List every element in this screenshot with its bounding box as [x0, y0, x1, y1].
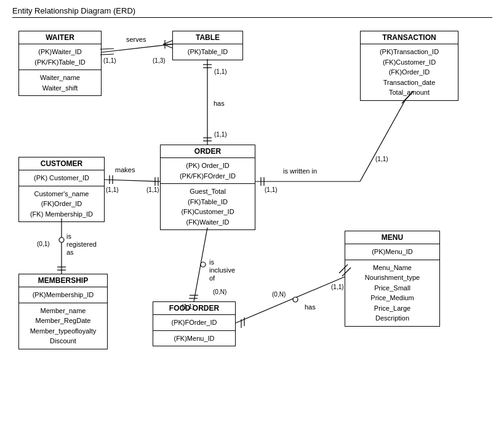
svg-text:is: is: [209, 258, 214, 266]
svg-line-17: [105, 180, 160, 181]
svg-text:(1,1): (1,1): [265, 186, 278, 193]
entity-order-body: (PK) Order_ID(PK/FK)FOrder_ID: [161, 158, 255, 183]
entity-membership: MEMBERSHIP (PK)Membership_ID Member_name…: [18, 274, 108, 349]
svg-text:(1,1): (1,1): [146, 186, 159, 193]
svg-text:(1,1): (1,1): [375, 156, 388, 162]
entity-order-attrs: Guest_Total(FK)Table_ID(FK)Customer_ID(F…: [161, 184, 255, 229]
svg-text:(1,1): (1,1): [103, 57, 116, 64]
svg-point-43: [201, 262, 206, 267]
entity-menu: MENU (PK)Menu_ID Menu_NameNourishment_ty…: [345, 231, 440, 327]
svg-text:as: as: [66, 249, 74, 256]
entity-transaction: TRANSACTION (PK)Transaction_ID(FK)Custom…: [360, 31, 458, 101]
entity-food-order: FOOD ORDER (PK)FOrder_ID (FK)Menu_ID: [153, 301, 236, 346]
entity-waiter-attrs: Waiter_nameWaiter_shift: [19, 70, 101, 95]
svg-line-5: [163, 44, 172, 48]
entity-menu-body: (PK)Menu_ID: [345, 244, 439, 260]
entity-customer: CUSTOMER (PK) Customer_ID Customer's_nam…: [18, 157, 105, 222]
entity-transaction-body: (PK)Transaction_ID(FK)Customer_ID(FK)Ord…: [361, 44, 458, 100]
entity-table-header: TABLE: [173, 31, 242, 44]
svg-text:(0,1): (0,1): [37, 241, 50, 247]
svg-line-0: [102, 44, 172, 52]
svg-text:of: of: [209, 274, 215, 282]
page-title: Entity Relationship Diagram (ERD): [12, 6, 135, 15]
svg-text:(0,N): (0,N): [272, 291, 286, 298]
entity-table: TABLE (PK)Table_ID: [172, 31, 243, 60]
entity-membership-body: (PK)Membership_ID: [19, 287, 107, 303]
svg-line-2: [100, 54, 114, 55]
entity-food-order-header: FOOD ORDER: [153, 302, 235, 315]
svg-point-35: [59, 237, 64, 242]
svg-text:(1,1): (1,1): [331, 284, 344, 290]
svg-point-52: [293, 297, 298, 302]
entity-menu-attrs: Menu_NameNourishment_typePrice_SmallPric…: [345, 260, 439, 326]
entity-customer-header: CUSTOMER: [19, 157, 104, 170]
svg-text:inclusive: inclusive: [209, 266, 235, 274]
svg-line-42: [194, 228, 207, 301]
entity-menu-header: MENU: [345, 231, 439, 244]
svg-text:has: has: [305, 303, 316, 311]
entity-waiter: WAITER (PK)Waiter_ID(PK/FK)Table_ID Wait…: [18, 31, 102, 96]
entity-order: ORDER (PK) Order_ID(PK/FK)FOrder_ID Gues…: [160, 145, 255, 230]
svg-line-51: [236, 277, 345, 323]
entity-waiter-body: (PK)Waiter_ID(PK/FK)Table_ID: [19, 44, 101, 70]
svg-text:is written in: is written in: [283, 167, 317, 175]
svg-line-26: [360, 98, 406, 181]
svg-text:is: is: [66, 233, 71, 240]
svg-text:(1,1): (1,1): [214, 68, 227, 75]
svg-text:(1,1): (1,1): [214, 131, 227, 138]
entity-food-order-body: (PK)FOrder_ID: [153, 315, 235, 330]
entity-food-order-attrs: (FK)Menu_ID: [153, 331, 235, 346]
svg-line-1: [100, 49, 114, 49]
svg-text:has: has: [214, 100, 225, 107]
entity-customer-body: (PK) Customer_ID: [19, 170, 104, 186]
svg-text:registered: registered: [66, 241, 97, 248]
svg-line-3: [163, 41, 172, 44]
entity-order-header: ORDER: [161, 145, 255, 158]
entity-transaction-header: TRANSACTION: [361, 31, 458, 44]
entity-membership-header: MEMBERSHIP: [19, 274, 107, 287]
entity-waiter-header: WAITER: [19, 31, 101, 44]
svg-text:(1,3): (1,3): [153, 57, 166, 64]
svg-text:(1,1): (1,1): [106, 186, 119, 193]
svg-text:(0,N): (0,N): [213, 289, 226, 295]
svg-text:makes: makes: [115, 166, 135, 173]
title-divider: [12, 17, 492, 18]
rel-label-serves: serves: [126, 36, 146, 43]
entity-table-body: (PK)Table_ID: [173, 44, 242, 60]
entity-membership-attrs: Member_nameMember_RegDateMember_typeoflo…: [19, 303, 107, 349]
entity-customer-attrs: Customer's_name(FK)Order_ID(FK) Membersh…: [19, 186, 104, 222]
